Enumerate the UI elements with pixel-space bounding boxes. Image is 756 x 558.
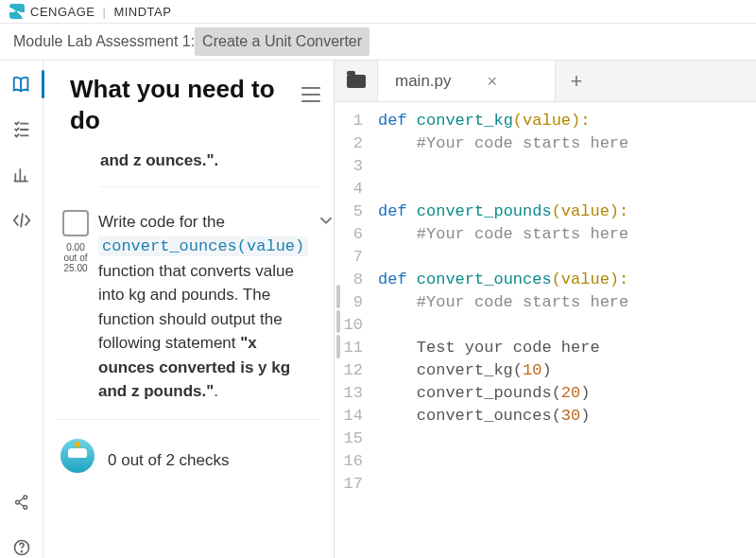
brand-product: MINDTAP [113, 5, 171, 19]
panel-scroll[interactable]: and z ounces.". 0.00 out of 25.00 Write … [43, 145, 334, 558]
bot-message: 0 out of 2 checks [108, 439, 320, 473]
code-editor: main.py × + 1 2 3 4 5 6 7 8 9 10 11 12 1… [335, 61, 756, 558]
cengage-logo-icon [9, 4, 25, 19]
folder-icon [347, 75, 366, 88]
breadcrumb-prefix: Module Lab Assessment 1: [13, 33, 195, 50]
code-content[interactable]: def convert_kg(value): #Your code starts… [370, 102, 756, 558]
brand-name: CENGAGE [30, 5, 95, 19]
panel-menu-icon[interactable] [301, 87, 320, 102]
bot-feedback: 0 out of 2 checks [43, 433, 334, 473]
brand-divider: | [101, 5, 109, 19]
panel-resize-handle[interactable] [335, 284, 342, 359]
instructions-panel: What you need to do and z ounces.". 0.00… [43, 61, 335, 558]
share-icon[interactable] [11, 492, 32, 513]
panel-header: What you need to do [43, 61, 334, 145]
code-icon[interactable] [11, 210, 32, 231]
chevron-down-icon[interactable] [316, 210, 334, 231]
code-area[interactable]: 1 2 3 4 5 6 7 8 9 10 11 12 13 14 15 16 1… [335, 102, 756, 558]
book-icon[interactable] [11, 74, 32, 95]
prev-task-tail: and z ounces.". [100, 145, 320, 187]
task-card: 0.00 out of 25.00 Write code for the con… [57, 201, 320, 420]
breadcrumb: Module Lab Assessment 1: Create a Unit C… [0, 23, 756, 61]
bot-avatar-icon [60, 439, 94, 473]
svg-point-4 [21, 551, 22, 552]
editor-tabbar: main.py × + [335, 61, 756, 102]
bar-chart-icon[interactable] [11, 165, 32, 185]
task-after: function that converts value into kg and… [98, 262, 294, 353]
task-score: 0.00 out of 25.00 [63, 242, 87, 273]
help-icon[interactable] [11, 537, 32, 558]
tab-label: main.py [395, 72, 452, 91]
task-lead: Write code for the [98, 213, 225, 231]
prev-task-tail-text: and z ounces.". [100, 151, 218, 169]
workspace: What you need to do and z ounces.". 0.00… [0, 61, 756, 558]
side-rail [0, 61, 43, 558]
add-tab-button[interactable]: + [556, 61, 597, 101]
tab-main-py[interactable]: main.py × [378, 61, 556, 101]
checklist-icon[interactable] [11, 119, 32, 140]
task-code-chip: convert_ounces(value) [98, 236, 308, 256]
file-explorer-button[interactable] [335, 61, 378, 101]
task-body: Write code for the convert_ounces(value)… [98, 210, 333, 404]
panel-heading: What you need to do [70, 74, 292, 135]
breadcrumb-current: Create a Unit Converter [195, 27, 369, 56]
brand-bar: CENGAGE | MINDTAP [0, 0, 756, 23]
task-checkbox[interactable] [62, 210, 89, 236]
close-icon[interactable]: × [488, 73, 498, 90]
